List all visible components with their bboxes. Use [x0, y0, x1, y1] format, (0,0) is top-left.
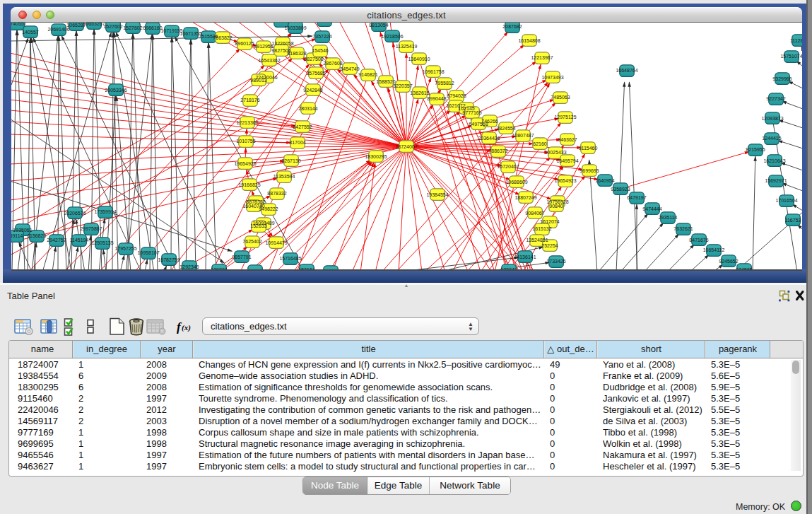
svg-text:985779: 985779 — [247, 269, 263, 271]
svg-text:9699695: 9699695 — [579, 168, 599, 173]
svg-text:15720407: 15720407 — [497, 164, 519, 169]
svg-text:11353594: 11353594 — [273, 174, 295, 179]
svg-text:9329966: 9329966 — [772, 76, 792, 81]
svg-text:12213967: 12213967 — [531, 55, 553, 60]
svg-text:20364436: 20364436 — [478, 136, 500, 141]
svg-text:3824554: 3824554 — [496, 126, 515, 131]
svg-text:20691406: 20691406 — [47, 27, 69, 32]
svg-text:8220357: 8220357 — [393, 83, 412, 88]
svg-text:16543362: 16543362 — [258, 58, 280, 63]
svg-text:3575685: 3575685 — [306, 71, 325, 76]
svg-text:19654923: 19654923 — [554, 178, 576, 183]
svg-text:8454749: 8454749 — [340, 66, 359, 71]
svg-text:7886372: 7886372 — [488, 148, 507, 153]
svg-text:8471676: 8471676 — [689, 238, 708, 243]
svg-text:14136141: 14136141 — [514, 255, 536, 259]
svg-text:7485063: 7485063 — [551, 95, 570, 100]
svg-text:1145194: 1145194 — [70, 238, 89, 243]
svg-text:9857791: 9857791 — [232, 255, 251, 259]
svg-text:8186328: 8186328 — [287, 51, 306, 56]
svg-text:6794028: 6794028 — [447, 93, 466, 98]
svg-text:9827508: 9827508 — [304, 57, 323, 62]
svg-text:7357224: 7357224 — [312, 34, 331, 39]
svg-text:20206576: 20206576 — [64, 211, 86, 216]
svg-text:140557: 140557 — [22, 30, 38, 35]
svg-text:16210643: 16210643 — [763, 158, 785, 163]
svg-text:19654925: 19654925 — [234, 161, 256, 166]
svg-text:20053346: 20053346 — [105, 88, 126, 93]
svg-text:10973493: 10973493 — [541, 75, 563, 80]
svg-text:8960125: 8960125 — [235, 41, 254, 46]
svg-text:10653257: 10653257 — [83, 23, 105, 26]
svg-text:15751074: 15751074 — [780, 54, 802, 59]
svg-text:1603388: 1603388 — [271, 23, 290, 23]
svg-text:17359914: 17359914 — [94, 209, 116, 214]
svg-text:9463627: 9463627 — [558, 137, 577, 142]
svg-text:12213369: 12213369 — [236, 120, 258, 125]
svg-text:15692971: 15692971 — [765, 178, 787, 183]
svg-text:8813054: 8813054 — [369, 23, 388, 28]
svg-text:9498222: 9498222 — [259, 206, 278, 211]
svg-text:18300295: 18300295 — [365, 154, 387, 159]
svg-text:129234: 129234 — [211, 267, 227, 271]
svg-text:8990448: 8990448 — [427, 96, 446, 101]
svg-text:157164: 157164 — [298, 267, 314, 271]
svg-text:1612074: 1612074 — [540, 219, 559, 224]
svg-text:15716485: 15716485 — [279, 256, 301, 261]
svg-text:1112841: 1112841 — [790, 38, 802, 43]
svg-text:16495794: 16495794 — [556, 158, 578, 163]
svg-text:9474444: 9474444 — [642, 206, 661, 211]
svg-text:7625402: 7625402 — [242, 239, 261, 244]
svg-text:154546: 154546 — [312, 48, 328, 53]
svg-text:1527602: 1527602 — [123, 25, 142, 30]
svg-text:1733426: 1733426 — [546, 259, 565, 264]
svg-text:989013: 989013 — [250, 78, 266, 83]
svg-text:8878332: 8878332 — [267, 191, 286, 196]
svg-text:62160: 62160 — [533, 141, 547, 146]
svg-text:1244415: 1244415 — [762, 136, 781, 141]
svg-text:12505135: 12505135 — [91, 240, 113, 245]
svg-text:18724007: 18724007 — [395, 144, 417, 149]
svg-text:817004: 817004 — [289, 140, 305, 145]
svg-text:9227342: 9227342 — [766, 96, 785, 101]
svg-text:13640910: 13640910 — [408, 57, 430, 62]
svg-text:17016504: 17016504 — [775, 198, 797, 203]
svg-text:1156829: 1156829 — [28, 233, 47, 238]
svg-text:8427552: 8427552 — [293, 124, 312, 129]
svg-text:18807249: 18807249 — [514, 195, 536, 200]
svg-text:1527602: 1527602 — [103, 24, 122, 29]
svg-text:10654112: 10654112 — [703, 247, 725, 252]
svg-text:16033809: 16033809 — [284, 25, 306, 30]
svg-text:10807487: 10807487 — [512, 133, 534, 138]
svg-text:160338: 160338 — [316, 23, 332, 23]
svg-text:7955812: 7955812 — [435, 81, 454, 86]
svg-text:9777169: 9777169 — [462, 110, 481, 115]
svg-text:16154808: 16154808 — [518, 38, 540, 43]
svg-text:152633: 152633 — [250, 223, 266, 228]
svg-text:9115460: 9115460 — [579, 146, 598, 151]
svg-text:2718176: 2718176 — [240, 98, 259, 103]
svg-text:10688609: 10688609 — [505, 180, 527, 185]
svg-text:2942757: 2942757 — [47, 238, 66, 243]
svg-text:1935061: 1935061 — [13, 228, 32, 233]
svg-text:116753: 116753 — [785, 218, 801, 223]
svg-text:746266: 746266 — [481, 119, 498, 124]
svg-text:1292346: 1292346 — [180, 264, 199, 269]
svg-text:1640954: 1640954 — [595, 178, 614, 183]
svg-text:19218506: 19218506 — [381, 34, 403, 39]
svg-text:10958107: 10958107 — [137, 250, 159, 255]
svg-text:9084067: 9084067 — [525, 211, 544, 216]
svg-text:1615132: 1615132 — [532, 226, 551, 231]
svg-text:9146821: 9146821 — [358, 72, 377, 77]
svg-text:7663822: 7663822 — [213, 35, 232, 40]
svg-text:(x): (x) — [182, 323, 191, 332]
svg-text:19166825: 19166825 — [238, 182, 260, 187]
svg-text:252254: 252254 — [541, 243, 558, 248]
svg-text:9358923: 9358923 — [611, 187, 630, 192]
svg-text:15716: 15716 — [324, 269, 338, 271]
svg-text:1010755: 1010755 — [236, 139, 255, 144]
svg-text:6966160: 6966160 — [143, 25, 162, 30]
svg-text:10961758: 10961758 — [422, 69, 444, 74]
svg-text:8215955: 8215955 — [746, 147, 765, 152]
svg-text:8267130: 8267130 — [281, 158, 300, 163]
